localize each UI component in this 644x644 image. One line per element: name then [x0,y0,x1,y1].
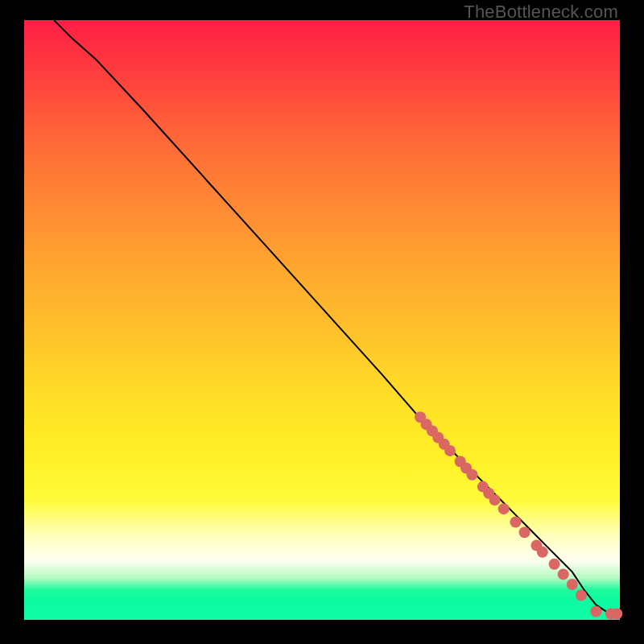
plot-area [24,20,620,620]
data-marker [510,517,522,528]
curve-layer [24,20,620,620]
data-marker [537,547,548,558]
data-marker [590,606,601,617]
data-marker [498,503,510,514]
data-marker [567,579,578,590]
data-marker [549,559,560,570]
data-marker [558,568,569,580]
data-marker [466,469,477,481]
curve-markers [415,411,622,619]
data-marker [519,526,530,538]
data-marker [444,445,456,456]
data-marker [576,589,587,601]
data-marker [489,494,501,506]
data-marker [611,609,622,620]
chart-frame: TheBottleneck.com [0,0,644,644]
bottleneck-curve [54,20,620,614]
